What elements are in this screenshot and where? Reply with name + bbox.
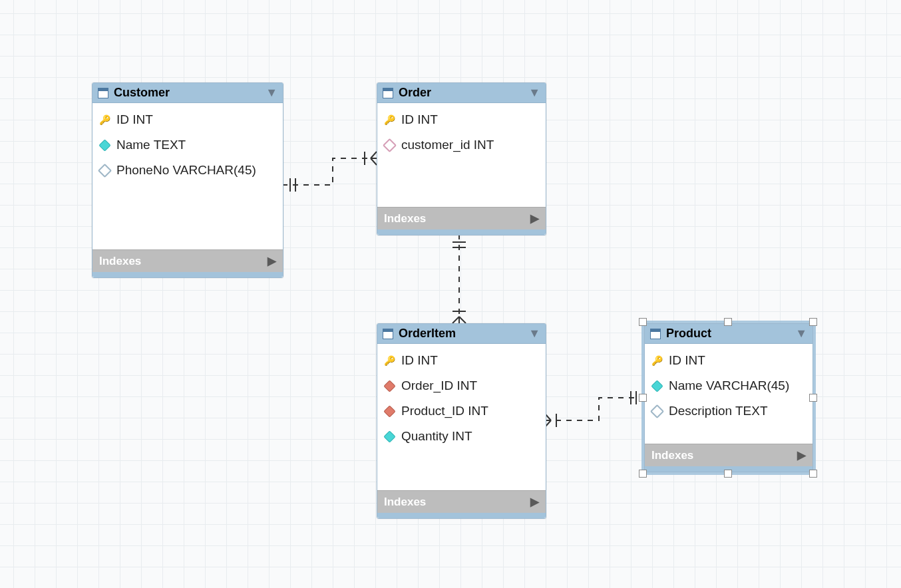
entity-title: Order [399,86,528,100]
expand-icon: ▶ [530,495,539,509]
collapse-icon[interactable]: ▼ [528,327,540,341]
column-list: 🔑 ID INT Name VARCHAR(45) Description TE… [645,344,812,444]
entity-header[interactable]: Product ▼ [645,324,812,344]
column-quantity[interactable]: Quantity INT [377,424,546,449]
column-id[interactable]: 🔑 ID INT [92,107,283,132]
resize-handle-n[interactable] [724,318,732,326]
diamond-open-icon [651,406,662,416]
entity-title: Product [666,327,795,341]
column-description[interactable]: Description TEXT [645,398,812,424]
column-list: 🔑 ID INT customer_id INT [377,103,546,207]
entity-order[interactable]: Order ▼ 🔑 ID INT customer_id INT Indexes… [377,82,546,235]
key-icon: 🔑 [651,355,662,366]
column-text: Product_ID INT [401,404,488,418]
table-icon [383,329,393,339]
resize-handle-se[interactable] [809,470,817,478]
collapse-icon[interactable]: ▼ [795,327,807,341]
collapse-icon[interactable]: ▼ [266,86,277,100]
column-list: 🔑 ID INT Name TEXT PhoneNo VARCHAR(45) [92,103,283,249]
column-text: Quantity INT [401,429,472,444]
key-icon: 🔑 [384,355,395,366]
diamond-icon [651,380,662,391]
entity-footer [377,229,546,235]
column-id[interactable]: 🔑 ID INT [377,107,546,132]
diamond-fk-icon [384,140,395,150]
resize-handle-e[interactable] [809,394,817,402]
indexes-section[interactable]: Indexes ▶ [377,207,546,229]
entity-customer[interactable]: Customer ▼ 🔑 ID INT Name TEXT PhoneNo VA… [92,82,283,278]
entity-header[interactable]: Customer ▼ [92,83,283,103]
column-text: ID INT [401,112,438,127]
resize-handle-nw[interactable] [639,318,647,326]
expand-icon: ▶ [530,212,539,225]
column-text: ID INT [401,353,438,368]
column-text: customer_id INT [401,138,494,152]
table-icon [98,88,108,98]
column-name[interactable]: Name TEXT [92,132,283,158]
entity-orderitem[interactable]: OrderItem ▼ 🔑 ID INT Order_ID INT Produc… [377,323,546,519]
diamond-fk-icon [384,406,395,416]
column-product-id[interactable]: Product_ID INT [377,398,546,424]
column-text: ID INT [669,353,705,368]
expand-icon: ▶ [268,254,276,268]
key-icon: 🔑 [99,114,110,125]
entity-footer [377,513,546,518]
diamond-icon [99,140,110,150]
resize-handle-ne[interactable] [809,318,817,326]
table-icon [383,88,393,98]
column-id[interactable]: 🔑 ID INT [377,348,546,373]
diamond-fk-icon [384,380,395,391]
diamond-icon [384,431,395,442]
entity-footer [92,272,283,277]
column-order-id[interactable]: Order_ID INT [377,373,546,398]
entity-product[interactable]: Product ▼ 🔑 ID INT Name VARCHAR(45) Desc… [644,323,813,472]
diamond-open-icon [99,165,110,176]
column-id[interactable]: 🔑 ID INT [645,348,812,373]
indexes-label: Indexes [99,255,141,268]
column-customer-id[interactable]: customer_id INT [377,132,546,158]
entity-title: Customer [114,86,266,100]
column-list: 🔑 ID INT Order_ID INT Product_ID INT Qua… [377,344,546,490]
column-text: ID INT [116,112,153,127]
collapse-icon[interactable]: ▼ [528,86,540,100]
column-text: Description TEXT [669,404,768,418]
column-text: PhoneNo VARCHAR(45) [116,163,256,178]
column-phoneno[interactable]: PhoneNo VARCHAR(45) [92,158,283,183]
resize-handle-w[interactable] [639,394,647,402]
table-icon [650,329,661,339]
indexes-section[interactable]: Indexes ▶ [377,490,546,513]
indexes-section[interactable]: Indexes ▶ [645,444,812,466]
indexes-label: Indexes [384,212,426,225]
resize-handle-sw[interactable] [639,470,647,478]
column-text: Order_ID INT [401,378,477,393]
entity-title: OrderItem [399,327,528,341]
indexes-label: Indexes [651,449,693,462]
column-name[interactable]: Name VARCHAR(45) [645,373,812,398]
entity-header[interactable]: OrderItem ▼ [377,324,546,344]
er-canvas[interactable]: Customer ▼ 🔑 ID INT Name TEXT PhoneNo VA… [0,0,901,588]
column-text: Name VARCHAR(45) [669,378,789,393]
column-text: Name TEXT [116,138,186,152]
indexes-section[interactable]: Indexes ▶ [92,249,283,272]
resize-handle-s[interactable] [724,470,732,478]
entity-header[interactable]: Order ▼ [377,83,546,103]
key-icon: 🔑 [384,114,395,125]
expand-icon: ▶ [797,448,806,462]
indexes-label: Indexes [384,496,426,509]
